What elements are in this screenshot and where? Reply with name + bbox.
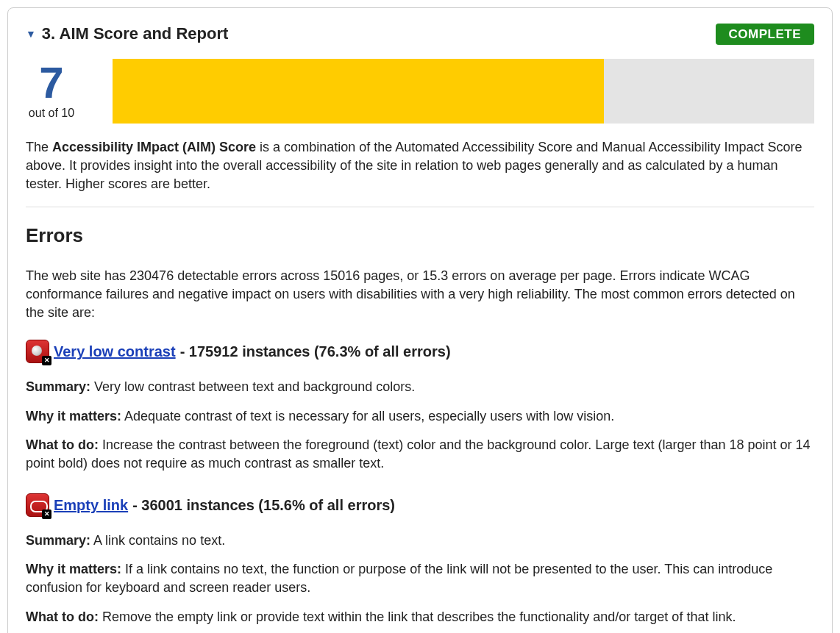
error-link-contrast[interactable]: Very low contrast [54,341,176,362]
what-label: What to do: [26,437,99,452]
error-why: Why it matters: Adequate contrast of tex… [26,407,814,426]
error-link-empty[interactable]: Empty link [54,495,128,515]
divider [26,207,814,207]
error-title-row: Very low contrast - 175912 instances (76… [26,340,814,363]
error-title-row: Empty link - 36001 instances (15.6% of a… [26,493,814,517]
report-panel: ▼ 3. AIM Score and Report COMPLETE 7 out… [7,7,833,633]
summary-text: A link contains no text. [90,533,225,548]
error-what: What to do: Increase the contrast betwee… [26,436,814,473]
desc-bold: Accessibility IMpact (AIM) Score [52,140,256,154]
what-label: What to do: [26,609,99,624]
error-why: Why it matters: If a link contains no te… [26,560,814,597]
errors-heading: Errors [26,222,814,248]
summary-label: Summary: [26,533,90,548]
error-summary: Summary: A link contains no text. [26,532,814,550]
section-header: ▼ 3. AIM Score and Report COMPLETE [26,23,814,46]
why-label: Why it matters: [26,409,121,423]
summary-label: Summary: [26,379,90,394]
why-text: If a link contains no text, the function… [26,562,772,595]
score-subtext: out of 10 [29,105,74,121]
what-text: Increase the contrast between the foregr… [26,437,811,471]
score-bar [113,59,814,124]
contrast-error-icon [26,340,49,363]
empty-link-error-icon [26,493,49,517]
header-left[interactable]: ▼ 3. AIM Score and Report [26,23,228,46]
aim-description: The Accessibility IMpact (AIM) Score is … [26,138,814,194]
error-what: What to do: Remove the empty link or pro… [26,608,814,626]
desc-prefix: The [26,140,52,154]
what-text: Remove the empty link or provide text wi… [99,609,736,624]
errors-intro: The web site has 230476 detectable error… [26,267,814,323]
disclosure-triangle-icon[interactable]: ▼ [26,27,36,42]
error-stats: - 36001 instances (15.6% of all errors) [132,495,395,515]
error-stats: - 175912 instances (76.3% of all errors) [180,341,451,362]
score-box: 7 out of 10 [26,61,77,121]
score-number: 7 [39,61,63,105]
why-label: Why it matters: [26,562,121,576]
score-row: 7 out of 10 [26,59,814,124]
summary-text: Very low contrast between text and backg… [90,379,415,394]
why-text: Adequate contrast of text is necessary f… [121,409,614,423]
error-summary: Summary: Very low contrast between text … [26,378,814,396]
status-badge: COMPLETE [716,24,814,46]
score-bar-fill [113,59,604,124]
section-title: 3. AIM Score and Report [42,23,228,46]
